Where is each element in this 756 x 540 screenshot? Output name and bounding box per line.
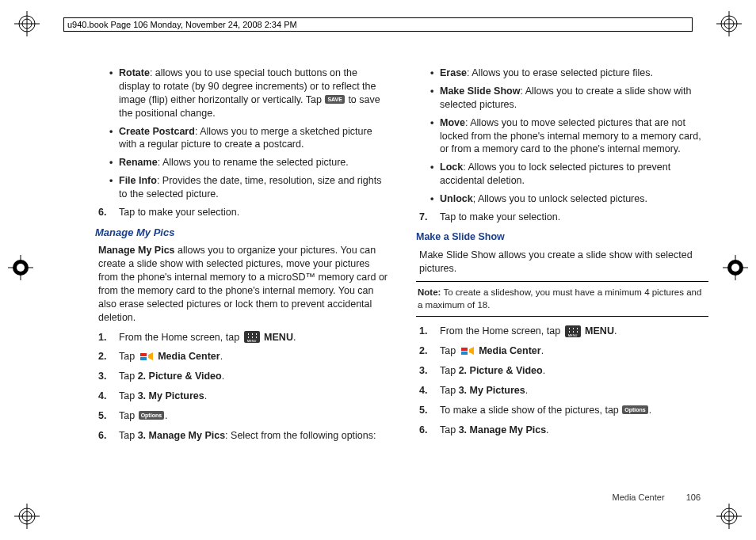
- desc: : Allows you to lock selected pictures t…: [440, 162, 670, 186]
- desc: : Allows you to move selected pictures t…: [440, 117, 701, 155]
- step-text: Tap: [119, 430, 138, 441]
- step: 6.Tap 3. Manage My Pics.: [440, 424, 708, 437]
- step-text: Tap: [119, 351, 138, 362]
- footer-section: Media Center: [613, 492, 665, 502]
- cropmark-icon: [723, 255, 748, 280]
- media-center-icon: [460, 345, 475, 356]
- list-item: Unlock; Allows you to unlock selected pi…: [440, 192, 708, 206]
- step-list: 1.From the Home screen, tap MENU.2.Tap M…: [416, 325, 708, 436]
- option-list: Erase: Allows you to erase selected pict…: [416, 67, 708, 206]
- list-item: File Info: Provides the date, time, reso…: [119, 174, 388, 201]
- media-center-icon: [139, 351, 154, 362]
- step-text: Tap to make your selection.: [119, 207, 239, 218]
- step-list: 6.Tap to make your selection.: [95, 206, 388, 219]
- step-text: Tap: [440, 365, 459, 376]
- step-bold: 2. Picture & Video: [459, 365, 543, 376]
- step-bold: Media Center: [479, 345, 541, 356]
- note-block: Note: To create a slideshow, you must ha…: [416, 281, 708, 317]
- term: Make Slide Show: [440, 86, 520, 97]
- menu-icon: [565, 325, 581, 337]
- note-text: To create a slideshow, you must have a m…: [418, 287, 701, 310]
- desc: : Provides the date, time, resolution, s…: [119, 175, 381, 200]
- step-text: Tap: [440, 424, 459, 435]
- step-text: Tap: [440, 345, 459, 356]
- term: Rotate: [119, 67, 150, 78]
- step-bold: MENU: [585, 325, 614, 337]
- step-text: Tap: [119, 371, 138, 382]
- desc: : Allows you to rename the selected pict…: [158, 157, 349, 168]
- step-bold: Media Center: [158, 351, 220, 362]
- step: 1.From the Home screen, tap MENU.: [119, 331, 388, 344]
- step: 2.Tap Media Center.: [119, 350, 388, 363]
- text: allows you to organize your pictures. Yo…: [98, 245, 388, 322]
- right-column: Erase: Allows you to erase selected pict…: [416, 67, 708, 500]
- term: File Info: [119, 175, 157, 186]
- step: 2.Tap Media Center.: [440, 344, 708, 358]
- step-num: 4.: [419, 384, 427, 397]
- step: 6.Tap to make your selection.: [119, 206, 388, 219]
- step-num: 6.: [419, 424, 427, 437]
- step: 4.Tap 3. My Pictures.: [440, 384, 708, 397]
- page-header: u940.book Page 106 Monday, November 24, …: [63, 17, 693, 32]
- page-body: Rotate: allows you to use special touch …: [95, 67, 708, 500]
- step-bold: MENU: [264, 332, 293, 343]
- step-bold: 3. My Pictures: [459, 385, 525, 396]
- list-item: Make Slide Show: Allows you to create a …: [440, 85, 708, 112]
- list-item: Move: Allows you to move selected pictur…: [440, 116, 708, 157]
- step-num: 3.: [98, 370, 106, 383]
- step: 4.Tap 3. My Pictures.: [119, 390, 388, 403]
- page-footer: Media Center 106: [613, 492, 701, 502]
- list-item: Create Postcard: Allows you to merge a s…: [119, 125, 388, 152]
- step-num: 7.: [419, 211, 427, 224]
- section-heading: Manage My Pics: [95, 226, 388, 240]
- cropmark-icon: [716, 504, 742, 529]
- step-num: 5.: [419, 404, 427, 417]
- list-item: Erase: Allows you to erase selected pict…: [440, 67, 708, 80]
- cropmark-icon: [14, 11, 40, 36]
- paragraph: Make Slide Show allows you create a slid…: [419, 249, 708, 276]
- term: Lock: [440, 162, 463, 173]
- step: 5.To make a slide show of the pictures, …: [440, 404, 708, 417]
- options-button-icon: Options: [139, 411, 164, 420]
- list-item: Rename: Allows you to rename the selecte…: [119, 156, 388, 169]
- svg-point-19: [17, 264, 25, 272]
- step-num: 2.: [98, 350, 106, 363]
- step-text: Tap: [119, 410, 138, 421]
- step-bold: 3. My Pictures: [138, 390, 204, 401]
- step-list: 1.From the Home screen, tap MENU.2.Tap M…: [95, 331, 388, 443]
- save-button-icon: SAVE: [325, 95, 345, 104]
- term: Create Postcard: [119, 126, 195, 137]
- left-column: Rotate: allows you to use special touch …: [95, 67, 388, 500]
- option-list: Rotate: allows you to use special touch …: [95, 67, 388, 201]
- step-text: Tap: [119, 390, 138, 401]
- list-item: Rotate: allows you to use special touch …: [119, 67, 388, 120]
- cropmark-icon: [716, 11, 742, 36]
- step-bold: 3. Manage My Pics: [459, 424, 546, 435]
- step-text: Tap to make your selection.: [440, 211, 560, 222]
- step-text: From the Home screen, tap: [119, 332, 242, 343]
- lead: Manage My Pics: [98, 245, 175, 256]
- cropmark-icon: [14, 504, 40, 529]
- step: 5.Tap Options.: [119, 409, 388, 423]
- step: 3.Tap 2. Picture & Video.: [119, 370, 388, 383]
- step-list: 7.Tap to make your selection.: [416, 211, 708, 224]
- step-bold: 2. Picture & Video: [138, 371, 222, 382]
- step-text: Tap: [440, 385, 459, 396]
- term: Rename: [119, 157, 158, 168]
- options-button-icon: Options: [622, 405, 647, 414]
- step-num: 2.: [419, 344, 427, 358]
- step-num: 1.: [419, 325, 427, 338]
- step-num: 6.: [98, 206, 106, 219]
- step-num: 4.: [98, 390, 106, 403]
- note-label: Note:: [418, 287, 441, 297]
- step-text: To make a slide show of the pictures, ta…: [440, 405, 621, 416]
- term: Erase: [440, 67, 467, 78]
- term: Unlock: [440, 193, 473, 204]
- step-num: 1.: [98, 331, 106, 344]
- step-num: 3.: [419, 364, 427, 378]
- desc: : Allows you to erase selected picture f…: [467, 67, 653, 78]
- svg-point-23: [731, 264, 739, 272]
- step: 7.Tap to make your selection.: [440, 211, 708, 224]
- step-num: 5.: [98, 409, 106, 423]
- step-bold: 3. Manage My Pics: [138, 430, 225, 441]
